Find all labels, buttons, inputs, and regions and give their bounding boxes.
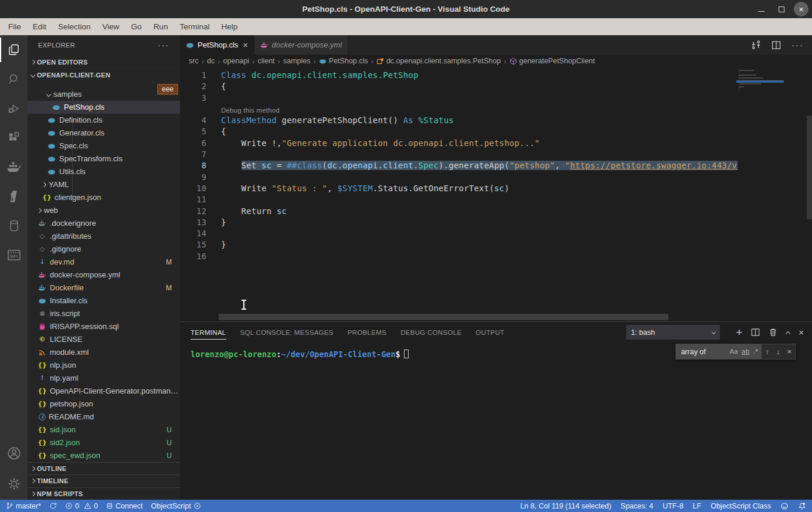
tree-file-iris-script[interactable]: ≡iris.script bbox=[28, 307, 180, 320]
feedback-item[interactable] bbox=[780, 502, 789, 510]
notifications-item[interactable] bbox=[798, 502, 806, 510]
menu-terminal[interactable]: Terminal bbox=[174, 18, 215, 35]
settings-gear-icon[interactable] bbox=[0, 468, 28, 500]
tree-file-installer-cls[interactable]: Installer.cls bbox=[28, 294, 180, 307]
docker-icon[interactable] bbox=[0, 152, 28, 182]
match-case-icon[interactable]: Aa bbox=[729, 348, 738, 355]
search-icon[interactable] bbox=[0, 65, 28, 94]
account-icon[interactable] bbox=[0, 439, 28, 468]
sync-item[interactable] bbox=[49, 502, 57, 510]
encoding-item[interactable]: UTF-8 bbox=[662, 502, 683, 510]
menu-selection[interactable]: Selection bbox=[52, 18, 97, 35]
breadcrumb-samples[interactable]: samples bbox=[283, 57, 311, 65]
find-next-icon[interactable]: ↓ bbox=[773, 347, 784, 356]
terminal[interactable]: lorenzo@pc-lorenzo:~/dev/OpenAPI-Client-… bbox=[191, 350, 409, 359]
tree-file-irisapp-session-sql[interactable]: IRISAPP.session.sql bbox=[28, 320, 180, 333]
tree-file-module-xml[interactable]: module.xml bbox=[28, 346, 180, 359]
find-previous-icon[interactable]: ↑ bbox=[762, 347, 773, 356]
objectscript-server-item[interactable]: ObjectScript bbox=[151, 502, 201, 510]
menu-help[interactable]: Help bbox=[215, 18, 243, 35]
breadcrumb-dc-openapi-client-samples-petshop[interactable]: dc.openapi.client.samples.PetShop bbox=[376, 57, 501, 65]
panel-tab-problems[interactable]: PROBLEMS bbox=[348, 322, 386, 343]
breadcrumb-dc[interactable]: dc bbox=[207, 57, 215, 65]
tree-file-docker-compose-yml[interactable]: docker-compose.yml bbox=[28, 269, 180, 282]
connect-item[interactable]: Connect bbox=[106, 502, 143, 510]
more-actions-icon[interactable]: ··· bbox=[791, 40, 804, 50]
terminal-shell-select[interactable]: 1: bash bbox=[626, 325, 720, 340]
cursor-position-item[interactable]: Ln 8, Col 119 (114 selected) bbox=[520, 502, 611, 510]
panel-tab-terminal[interactable]: TERMINAL bbox=[191, 322, 226, 343]
breadcrumb-generatepetshopclient[interactable]: generatePetShopClient bbox=[509, 57, 595, 65]
minimize-button[interactable] bbox=[754, 2, 769, 16]
tree-file-clientgen-json[interactable]: {}clientgen.json bbox=[28, 191, 180, 204]
kill-terminal-icon[interactable] bbox=[769, 328, 777, 337]
tree-file-sid-json[interactable]: {}sid.jsonU bbox=[28, 423, 180, 436]
panel-tab-sql-console-messages[interactable]: SQL CONSOLE: MESSAGES bbox=[240, 322, 334, 343]
whole-word-icon[interactable]: ab bbox=[742, 348, 750, 355]
tree-file--dockerignore[interactable]: .dockerignore bbox=[28, 217, 180, 230]
tab-docker-compose-yml[interactable]: docker-compose.yml bbox=[254, 35, 349, 55]
eol-item[interactable]: LF bbox=[693, 502, 702, 510]
breadcrumb-client[interactable]: client bbox=[257, 57, 274, 65]
tree-file-spectransform-cls[interactable]: SpecTransform.cls bbox=[28, 152, 180, 165]
open-changes-icon[interactable] bbox=[751, 40, 761, 50]
tree-file-petshop-json[interactable]: {}petshop.json bbox=[28, 398, 180, 411]
close-panel-icon[interactable]: × bbox=[799, 327, 804, 337]
breadcrumb-petshop-cls[interactable]: PetShop.cls bbox=[319, 57, 368, 65]
maximize-button[interactable] bbox=[774, 2, 789, 16]
minimap[interactable] bbox=[739, 70, 803, 93]
tree-file-nlp-json[interactable]: {}nlp.json bbox=[28, 359, 180, 372]
tree-folder-yaml[interactable]: YAML bbox=[28, 178, 180, 191]
menu-go[interactable]: Go bbox=[125, 18, 148, 35]
tree-file-nlp-yaml[interactable]: !nlp.yaml bbox=[28, 372, 180, 385]
menu-view[interactable]: View bbox=[97, 18, 125, 35]
extensions-icon[interactable] bbox=[0, 123, 28, 152]
menu-run[interactable]: Run bbox=[148, 18, 174, 35]
regex-icon[interactable]: .* bbox=[753, 348, 758, 355]
split-editor-icon[interactable] bbox=[772, 40, 781, 50]
code-editor[interactable]: 1Class dc.openapi.client.samples.PetShop… bbox=[180, 67, 812, 321]
explorer-more-actions-icon[interactable]: ··· bbox=[158, 40, 169, 50]
menu-file[interactable]: File bbox=[2, 18, 27, 35]
close-find-icon[interactable]: × bbox=[783, 347, 795, 356]
maximize-panel-icon[interactable] bbox=[786, 327, 790, 338]
section-npm-scripts[interactable]: NPM SCRIPTS bbox=[28, 487, 180, 500]
rest-api-icon[interactable]: /API bbox=[0, 240, 28, 270]
tab-petshop-cls[interactable]: PetShop.cls × bbox=[180, 35, 254, 55]
intersystems-icon[interactable] bbox=[0, 182, 28, 211]
menu-edit[interactable]: Edit bbox=[27, 18, 52, 35]
tree-file--gitattributes[interactable]: ◇.gitattributes bbox=[28, 230, 180, 243]
tree-file-spec-ewd-json[interactable]: {}spec_ewd.jsonU bbox=[28, 449, 180, 462]
indentation-item[interactable]: Spaces: 4 bbox=[621, 502, 654, 510]
section-open-editors[interactable]: OPEN EDITORS bbox=[28, 56, 180, 68]
close-button[interactable]: × bbox=[794, 2, 808, 16]
tree-folder-web[interactable]: web bbox=[28, 204, 180, 217]
git-branch-item[interactable]: master* bbox=[6, 502, 41, 510]
breadcrumb-src[interactable]: src bbox=[189, 57, 199, 65]
codelens-debug-link[interactable]: Debug this method bbox=[221, 104, 280, 116]
tree-file-utils-cls[interactable]: Utils.cls bbox=[28, 165, 180, 178]
close-tab-icon[interactable]: × bbox=[243, 40, 247, 50]
section-timeline[interactable]: TIMELINE bbox=[28, 474, 180, 487]
explorer-icon[interactable] bbox=[0, 35, 28, 65]
new-terminal-icon[interactable]: + bbox=[736, 326, 742, 339]
vertical-scrollbar[interactable] bbox=[807, 116, 812, 219]
panel-tab-debug-console[interactable]: DEBUG CONSOLE bbox=[400, 322, 461, 343]
tree-file-petshop-cls[interactable]: PetShop.cls bbox=[28, 101, 180, 114]
tree-file-generator-cls[interactable]: Generator.cls bbox=[28, 127, 180, 140]
tree-file-readme-md[interactable]: iREADME.md bbox=[28, 411, 180, 423]
tree-file--gitignore[interactable]: ◇.gitignore bbox=[28, 243, 180, 256]
tree-file-spec-cls[interactable]: Spec.cls bbox=[28, 140, 180, 152]
tree-file-openapi-client-generator-postman-[interactable]: {}OpenAPI-Client-Generator.postman… bbox=[28, 385, 180, 398]
breadcrumb-openapi[interactable]: openapi bbox=[223, 57, 250, 65]
tree-file-dev-md[interactable]: ↓dev.mdM bbox=[28, 256, 180, 269]
run-debug-icon[interactable] bbox=[0, 94, 28, 123]
problems-item[interactable]: 0 0 bbox=[65, 502, 98, 510]
tree-file-dockerfile[interactable]: DockerfileM bbox=[28, 282, 180, 294]
database-icon[interactable] bbox=[0, 211, 28, 240]
panel-tab-output[interactable]: OUTPUT bbox=[475, 322, 504, 343]
horizontal-scrollbar[interactable] bbox=[219, 314, 668, 320]
tree-file-license[interactable]: ©LICENSE bbox=[28, 333, 180, 346]
language-mode-item[interactable]: ObjectScript Class bbox=[711, 502, 771, 510]
split-terminal-icon[interactable] bbox=[751, 328, 760, 337]
